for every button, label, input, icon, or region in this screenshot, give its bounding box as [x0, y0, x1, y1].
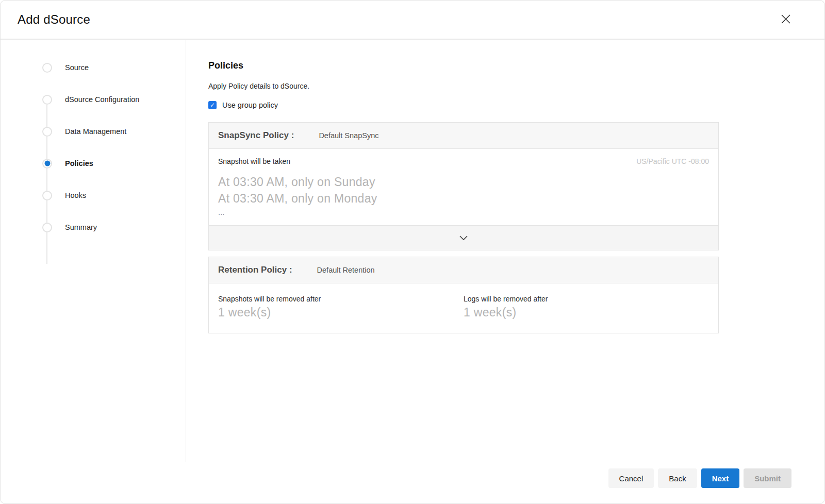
timezone-label: US/Pacific UTC -08:00 [636, 157, 709, 165]
policies-content: Policies Apply Policy details to dSource… [186, 40, 824, 462]
step-circle-active-icon [42, 159, 52, 169]
schedule-line: At 03:30 AM, only on Sunday [218, 174, 709, 190]
stepper-item-hooks[interactable]: Hooks [1, 189, 186, 201]
snapsync-policy-panel: SnapSync Policy : Default SnapSync Snaps… [208, 122, 719, 250]
step-circle-icon [42, 191, 52, 200]
snapsync-expand-bar[interactable] [209, 225, 718, 250]
logs-retention-column: Logs will be removed after 1 week(s) [464, 295, 709, 320]
step-circle-icon [42, 63, 52, 73]
next-button[interactable]: Next [701, 468, 740, 488]
page-subtitle: Apply Policy details to dSource. [208, 82, 824, 90]
cancel-button[interactable]: Cancel [608, 468, 654, 488]
step-circle-icon [42, 127, 52, 137]
snapshots-removed-value: 1 week(s) [218, 306, 464, 320]
snapsync-policy-header: SnapSync Policy : Default SnapSync [209, 123, 718, 149]
step-circle-icon [42, 95, 52, 105]
close-button[interactable] [778, 12, 794, 27]
logs-removed-value: 1 week(s) [464, 306, 709, 320]
step-label: dSource Configuration [65, 95, 139, 104]
submit-button: Submit [744, 468, 791, 488]
snapshots-removed-label: Snapshots will be removed after [218, 295, 464, 303]
step-label: Source [65, 63, 89, 72]
snapsync-policy-title: SnapSync Policy : [218, 130, 294, 141]
stepper-item-policies[interactable]: Policies [1, 157, 186, 170]
back-button[interactable]: Back [658, 468, 697, 488]
dialog-title: Add dSource [18, 12, 90, 27]
snapshots-retention-column: Snapshots will be removed after 1 week(s… [218, 295, 464, 320]
page-title: Policies [208, 60, 824, 71]
step-circle-icon [42, 223, 52, 232]
retention-policy-header: Retention Policy : Default Retention [209, 257, 718, 283]
dialog-header: Add dSource [1, 1, 824, 40]
retention-policy-body: Snapshots will be removed after 1 week(s… [209, 283, 718, 333]
use-group-policy-label: Use group policy [222, 101, 278, 109]
stepper-item-summary[interactable]: Summary [1, 221, 186, 233]
snapshot-schedule: At 03:30 AM, only on Sunday At 03:30 AM,… [218, 174, 709, 216]
wizard-stepper: Source dSource Configuration Data Manage… [1, 40, 186, 462]
snapsync-policy-value: Default SnapSync [319, 131, 378, 140]
snapshot-taken-label: Snapshot will be taken [218, 157, 290, 165]
close-icon [780, 13, 791, 26]
add-dsource-dialog: Add dSource Source dSource Configuration [0, 0, 825, 504]
dialog-footer: Cancel Back Next Submit [1, 462, 824, 503]
stepper-item-source[interactable]: Source [1, 61, 186, 74]
step-label: Hooks [65, 191, 86, 199]
logs-removed-label: Logs will be removed after [464, 295, 709, 303]
step-label: Data Management [65, 127, 126, 136]
use-group-policy-checkbox[interactable]: ✓ [208, 101, 217, 109]
snapsync-policy-body: Snapshot will be taken US/Pacific UTC -0… [209, 149, 718, 225]
step-label: Summary [65, 223, 97, 231]
schedule-ellipsis: ... [218, 209, 709, 216]
retention-policy-panel: Retention Policy : Default Retention Sna… [208, 257, 719, 333]
schedule-line: At 03:30 AM, only on Monday [218, 190, 709, 207]
use-group-policy-row[interactable]: ✓ Use group policy [208, 101, 824, 109]
retention-policy-title: Retention Policy : [218, 265, 292, 275]
retention-policy-value: Default Retention [317, 266, 375, 274]
stepper-item-data-management[interactable]: Data Management [1, 125, 186, 138]
stepper-item-dsource-configuration[interactable]: dSource Configuration [1, 93, 186, 106]
step-label: Policies [65, 159, 93, 167]
dialog-body: Source dSource Configuration Data Manage… [1, 40, 824, 462]
chevron-down-icon [459, 233, 468, 243]
